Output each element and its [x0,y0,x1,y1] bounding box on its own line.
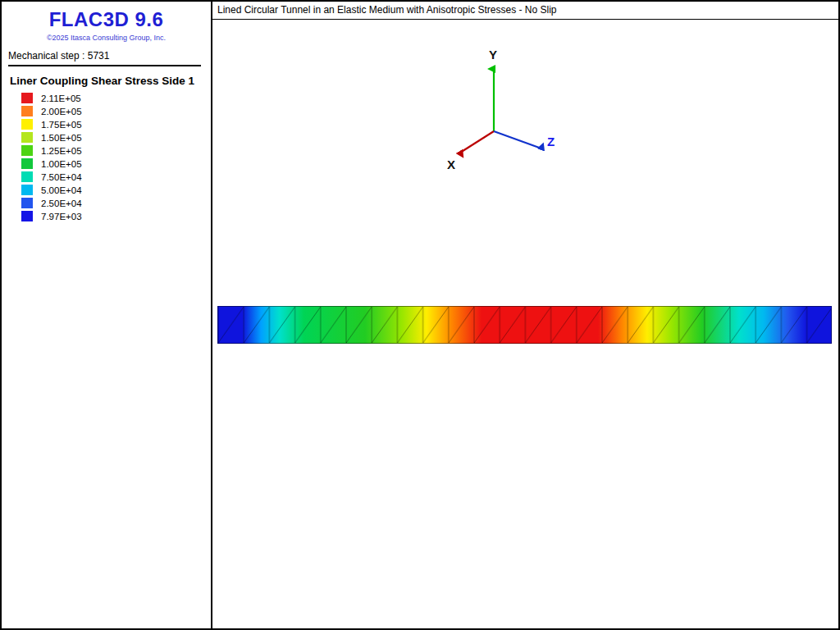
copyright-text: ©2025 Itasca Consulting Group, Inc. [2,34,211,42]
legend-row: 2.11E+05 [21,93,211,103]
legend-value-label: 1.00E+05 [41,159,82,169]
legend-color-swatch [21,106,33,116]
legend-color-swatch [21,93,33,103]
x-axis-line [460,131,494,153]
legend-color-swatch [21,119,33,130]
x-axis-label: X [447,158,455,171]
legend-value-label: 1.50E+05 [41,133,82,143]
y-axis-label: Y [489,48,497,62]
legend-row: 5.00E+04 [21,185,211,195]
z-axis-line [494,131,541,148]
app-logo: FLAC3D 9.6 [2,8,211,31]
legend-value-label: 7.50E+04 [41,172,82,182]
legend-row: 1.75E+05 [21,119,211,130]
contour-strip [217,306,832,344]
legend-row: 1.00E+05 [21,158,211,169]
plot-title-bar: Lined Circular Tunnel in an Elastic Medi… [212,2,838,20]
legend-entries: 2.11E+052.00E+051.75E+051.50E+051.25E+05… [2,93,211,221]
legend-color-swatch [21,145,33,156]
legend-row: 7.97E+03 [21,211,211,221]
legend-value-label: 2.50E+04 [41,199,82,208]
legend-row: 2.50E+04 [21,198,211,208]
mesh-overlay [218,307,831,343]
legend-value-label: 2.11E+05 [41,94,81,103]
legend-sidebar: FLAC3D 9.6 ©2025 Itasca Consulting Group… [2,2,212,628]
legend-value-label: 2.00E+05 [41,107,82,116]
model-viewport[interactable]: Y X Z [212,20,838,628]
mechanical-step-label: Mechanical step : 5731 [8,50,201,66]
legend-color-swatch [21,211,33,221]
legend-color-swatch [21,158,33,169]
z-axis-label: Z [547,135,555,148]
legend-row: 2.00E+05 [21,106,211,116]
legend-title: Liner Coupling Shear Stress Side 1 [10,75,211,87]
legend-row: 1.25E+05 [21,145,211,156]
legend-value-label: 7.97E+03 [41,212,82,221]
legend-row: 7.50E+04 [21,171,211,182]
legend-color-swatch [21,198,33,208]
legend-row: 1.50E+05 [21,132,211,143]
legend-value-label: 1.25E+05 [41,146,82,156]
legend-color-swatch [21,132,33,143]
legend-color-swatch [21,171,33,182]
legend-value-label: 1.75E+05 [41,120,82,130]
flac3d-window: FLAC3D 9.6 ©2025 Itasca Consulting Group… [0,0,840,630]
plot-pane: Lined Circular Tunnel in an Elastic Medi… [212,2,838,628]
axis-triad: Y X Z [442,44,573,176]
legend-value-label: 5.00E+04 [41,185,82,195]
legend-color-swatch [21,185,33,195]
